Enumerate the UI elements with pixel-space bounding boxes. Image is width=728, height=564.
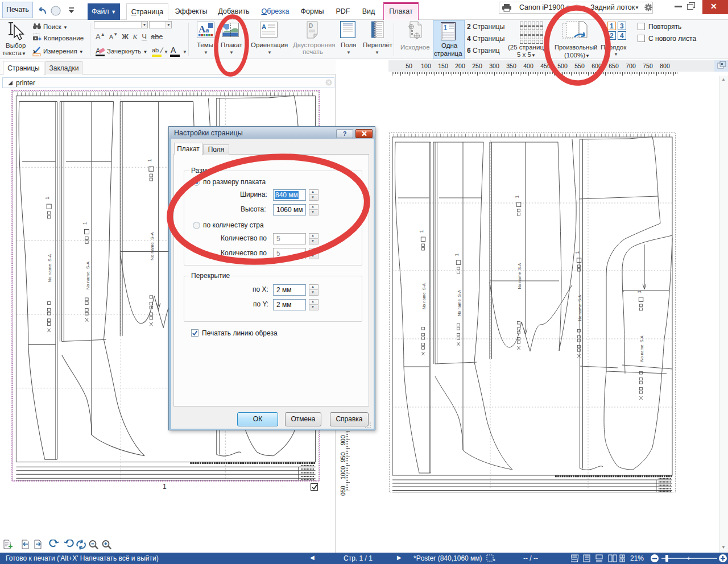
svg-text:1: 1 xyxy=(610,22,614,30)
svg-text:a: a xyxy=(205,26,209,34)
svg-text:1: 1 xyxy=(444,24,448,32)
svg-text:D: D xyxy=(309,23,313,29)
svg-text:3: 3 xyxy=(620,22,624,30)
svg-text:A: A xyxy=(262,23,266,30)
svg-text:2: 2 xyxy=(610,32,614,40)
svg-text:4: 4 xyxy=(620,32,624,40)
